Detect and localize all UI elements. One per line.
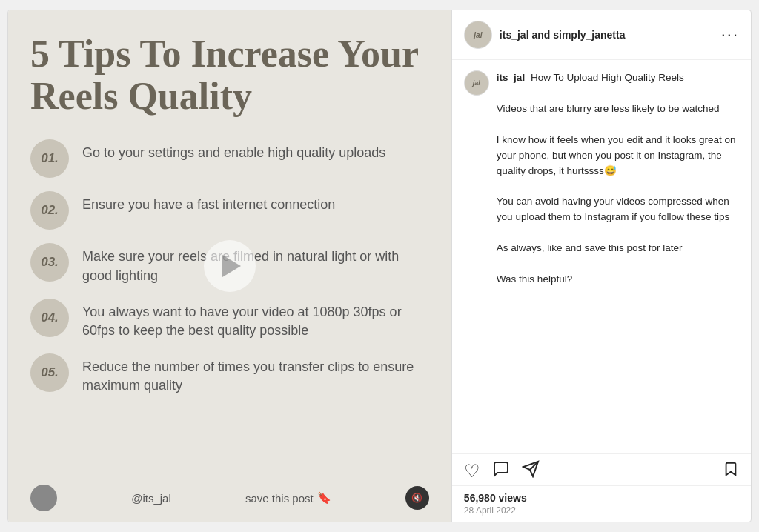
- tip-number: 04.: [30, 299, 69, 337]
- post-header: jal its_jal and simply_janetta ···: [452, 10, 751, 60]
- actions-bar: ♡: [452, 454, 751, 486]
- caption-line4: As always, like and save this post for l…: [497, 242, 683, 253]
- views-section: 56,980 views 28 April 2022: [452, 486, 751, 522]
- commenter-avatar: jal: [464, 70, 489, 96]
- caption-line2: I know how it feels when you edit and it…: [497, 134, 736, 176]
- share-button[interactable]: [522, 460, 540, 482]
- footer-avatar: [30, 485, 57, 511]
- post-footer: @its_jal save this post 🔖 🔇: [30, 474, 429, 522]
- comment-section: jal its_jal How To Upload High Quality R…: [452, 60, 751, 454]
- like-button[interactable]: ♡: [464, 461, 480, 482]
- tip-text: Go to your settings and enable high qual…: [82, 139, 385, 162]
- caption-line1: Videos that are blurry are less likely t…: [497, 103, 720, 114]
- bookmark-button[interactable]: [723, 461, 739, 482]
- tip-number: 01.: [30, 139, 69, 178]
- tip-number: 05.: [30, 353, 69, 392]
- tip-text: Make sure your reels are filmed in natur…: [82, 243, 429, 285]
- header-left: jal its_jal and simply_janetta: [464, 21, 626, 49]
- post-card: 5 Tips To Increase Your Reels Quality 01…: [7, 10, 752, 522]
- tip-item: 05. Reduce the number of times you trans…: [30, 353, 429, 395]
- tip-text: You always want to have your video at 10…: [82, 299, 429, 340]
- action-icons-left: ♡: [464, 460, 540, 482]
- footer-username: @its_jal: [131, 492, 171, 505]
- more-options-button[interactable]: ···: [721, 25, 739, 44]
- caption-line5: Was this helpful?: [497, 273, 572, 285]
- footer-save[interactable]: save this post 🔖: [245, 491, 331, 505]
- tip-text: Reduce the number of times you transfer …: [82, 353, 429, 395]
- tip-item: 01. Go to your settings and enable high …: [30, 139, 429, 178]
- audio-button[interactable]: 🔇: [405, 486, 429, 510]
- views-date: 28 April 2022: [464, 505, 739, 516]
- tip-number: 03.: [30, 243, 69, 282]
- avatar: jal: [464, 21, 492, 49]
- comment-body: its_jal How To Upload High Quality Reels…: [497, 70, 739, 443]
- post-subtitle: How To Upload High Quality Reels: [531, 72, 684, 83]
- tip-item: 04. You always want to have your video a…: [30, 299, 429, 340]
- header-username: its_jal and simply_janetta: [500, 29, 626, 41]
- comment-button[interactable]: [492, 460, 510, 482]
- tip-number: 02.: [30, 191, 69, 230]
- play-icon: [222, 255, 241, 277]
- caption-line3: You can avoid having your videos compres…: [497, 196, 729, 222]
- tip-item: 02. Ensure you have a fast internet conn…: [30, 191, 429, 230]
- post-title: 5 Tips To Increase Your Reels Quality: [30, 33, 429, 117]
- comment-username: its_jal: [497, 72, 525, 83]
- post-image-panel: 5 Tips To Increase Your Reels Quality 01…: [8, 10, 452, 522]
- views-count: 56,980 views: [464, 492, 739, 504]
- info-panel: jal its_jal and simply_janetta ··· jal i…: [452, 10, 751, 522]
- play-button[interactable]: [204, 240, 256, 292]
- tip-text: Ensure you have a fast internet connecti…: [82, 191, 335, 214]
